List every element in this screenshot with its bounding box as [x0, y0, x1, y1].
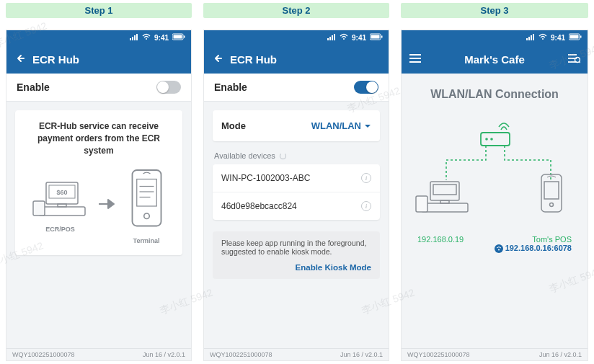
svg-line-42: [580, 61, 581, 63]
ecr-diagram: $60 ECR/POS: [22, 167, 175, 245]
page-title: Mark's Cafe: [429, 53, 560, 66]
phone-screen-1: 9:41 ECR Hub Enable ECR-Hub service: [6, 30, 192, 361]
mode-selector[interactable]: Mode WLAN/LAN: [213, 110, 380, 141]
svg-rect-22: [334, 34, 335, 40]
enable-toggle[interactable]: [156, 81, 181, 94]
svg-rect-43: [481, 133, 510, 146]
svg-rect-47: [433, 185, 456, 195]
svg-rect-34: [580, 36, 582, 38]
info-icon[interactable]: i: [361, 201, 371, 211]
panel-step1: Step 1 9:41 ECR Hub: [6, 3, 192, 361]
svg-rect-19: [327, 38, 329, 40]
svg-point-44: [485, 138, 488, 141]
svg-rect-2: [134, 35, 136, 40]
info-icon[interactable]: i: [361, 173, 371, 183]
mode-label: Mode: [221, 120, 246, 131]
hint-text: Please keep app running in the foregroun…: [221, 239, 371, 256]
footer-bar: WQY1002251000078 Jun 16 / v2.0.1: [6, 348, 191, 360]
pos-name: Tom's POS: [495, 235, 572, 244]
svg-rect-30: [533, 34, 534, 40]
svg-rect-33: [570, 35, 579, 39]
page-title: ECR Hub: [230, 53, 277, 66]
footer-bar: WQY1002251000078 Jun 16 / v2.0.1: [402, 348, 588, 360]
footer-id: WQY1002251000078: [12, 351, 75, 358]
footer-id: WQY1002251000078: [407, 351, 470, 358]
status-time: 9:41: [154, 34, 169, 42]
status-time: 9:41: [352, 34, 366, 42]
footer-version: Jun 16 / v2.0.1: [539, 351, 582, 358]
info-card-line1: ECR-Hub service can receive: [22, 120, 175, 133]
enable-row: Enable: [6, 74, 191, 102]
info-card-line2: payment orders from the ECR system: [22, 133, 175, 157]
svg-rect-1: [132, 37, 133, 40]
svg-rect-6: [174, 35, 182, 39]
phone-screen-3: 9:41 Mark's Cafe WLAN/LAN Connection: [401, 30, 588, 361]
ecr-ip: 192.168.0.19: [417, 235, 464, 253]
enable-kiosk-button[interactable]: Enable Kiosk Mode: [221, 263, 371, 272]
svg-point-54: [498, 249, 500, 251]
page-title: ECR Hub: [32, 53, 79, 66]
connection-diagram: [410, 115, 579, 231]
svg-point-31: [542, 38, 544, 40]
svg-rect-14: [136, 179, 156, 207]
ecr-caption: ECR/POS: [32, 225, 89, 234]
back-icon[interactable]: [14, 53, 25, 66]
chevron-down-icon: [364, 120, 371, 131]
terminal-icon: [127, 167, 167, 230]
wifi-icon: [538, 33, 547, 42]
wifi-icon: [340, 33, 348, 42]
svg-rect-12: [33, 201, 45, 216]
signal-icon: [526, 33, 535, 42]
mode-value: WLAN/LAN: [311, 120, 361, 131]
svg-point-4: [146, 38, 147, 40]
signal-icon: [130, 33, 138, 42]
signal-icon: [327, 33, 336, 42]
svg-rect-11: [39, 207, 85, 216]
amount-text: $60: [56, 189, 67, 196]
back-icon[interactable]: [211, 53, 223, 66]
device-name: WIN-PC-1002003-ABC: [221, 173, 310, 183]
device-item[interactable]: WIN-PC-1002003-ABC i: [213, 164, 380, 192]
enable-label: Enable: [214, 81, 247, 93]
enable-toggle[interactable]: [354, 81, 378, 94]
svg-point-41: [575, 57, 580, 62]
arrow-icon: [98, 195, 118, 217]
svg-rect-27: [526, 38, 528, 40]
battery-icon: [172, 33, 185, 42]
device-list: WIN-PC-1002003-ABC i 46d0e98ebcacc824 i: [213, 164, 380, 220]
svg-rect-20: [329, 37, 331, 40]
svg-rect-50: [416, 196, 427, 212]
svg-point-18: [143, 213, 149, 219]
svg-rect-7: [184, 36, 185, 38]
svg-rect-52: [544, 182, 559, 199]
step-label-2: Step 2: [203, 3, 389, 18]
step-label-3: Step 3: [401, 3, 588, 18]
footer-id: WQY1002251000078: [210, 351, 272, 358]
phone-screen-2: 9:41 ECR Hub Enable Mode WLAN/LAN: [203, 30, 389, 361]
app-bar: Mark's Cafe: [402, 45, 588, 74]
hint-card: Please keep app running in the foregroun…: [213, 231, 380, 279]
search-settings-icon[interactable]: [567, 53, 580, 66]
svg-rect-21: [332, 35, 333, 40]
wifi-icon: [142, 33, 151, 42]
svg-point-23: [343, 38, 345, 40]
app-bar: ECR Hub: [6, 45, 191, 74]
footer-version: Jun 16 / v2.0.1: [340, 351, 383, 358]
device-item[interactable]: 46d0e98ebcacc824 i: [213, 192, 380, 220]
wifi-badge-icon: [495, 244, 503, 253]
terminal-caption: Terminal: [127, 236, 167, 246]
pos-ip: 192.168.0.16:6078: [505, 244, 572, 252]
loading-spinner-icon: [280, 153, 286, 159]
enable-row: Enable: [204, 74, 389, 102]
enable-label: Enable: [17, 81, 50, 93]
svg-rect-26: [381, 36, 383, 38]
ecr-pos-icon: $60: [32, 178, 89, 218]
app-bar: ECR Hub: [204, 45, 389, 74]
status-time: 9:41: [551, 34, 565, 42]
svg-rect-29: [531, 35, 532, 40]
menu-icon[interactable]: [409, 53, 422, 66]
battery-icon: [569, 33, 582, 42]
device-name: 46d0e98ebcacc824: [221, 201, 297, 211]
svg-rect-0: [130, 38, 131, 40]
svg-point-53: [550, 203, 554, 207]
